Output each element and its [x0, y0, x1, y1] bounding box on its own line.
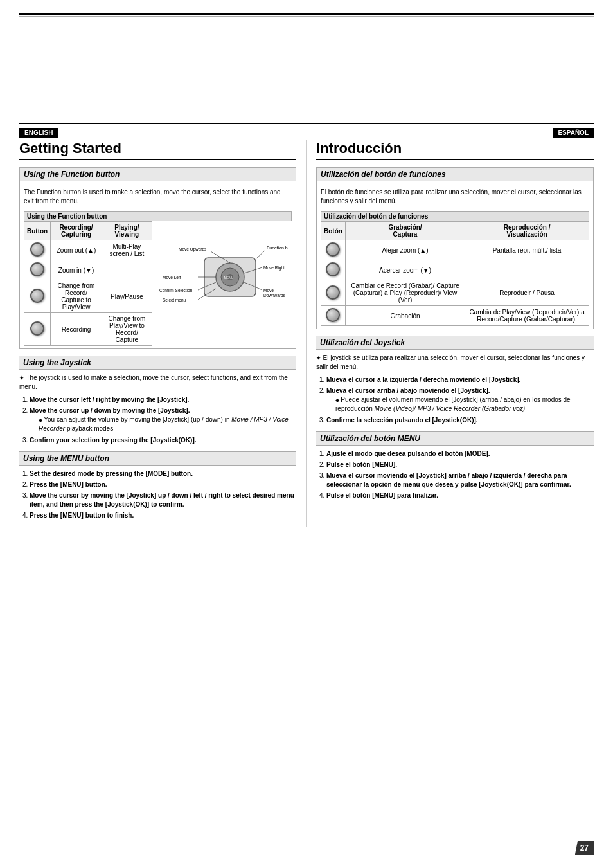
right-col-playing: Reproducción /Visualización — [465, 222, 589, 240]
menu-step-4: Press the [MENU] button to finish. — [30, 511, 296, 520]
play-cell-2: - — [102, 260, 152, 280]
joystick-step-1: Move the cursor left / right by moving t… — [30, 395, 296, 404]
menu-button-heading: Using the MENU button — [19, 451, 296, 466]
right-rec-cell-3: Cambiar de Record (Grabar)/ Capture (Cap… — [345, 280, 465, 306]
joystick-step-3: Confirm your selection by pressing the [… — [30, 436, 296, 445]
right-table-row: Alejar zoom (▲) Pantalla repr. múlt./ li… — [321, 240, 589, 260]
right-lang-badge-wrapper: ESPAÑOL — [553, 128, 594, 140]
function-table-wrapper: Button Recording/Capturing Playing/Viewi… — [24, 221, 152, 346]
right-joystick-icon-3 — [326, 285, 340, 300]
svg-text:Move Right: Move Right — [263, 266, 285, 271]
table-and-diagram: Button Recording/Capturing Playing/Viewi… — [24, 221, 292, 346]
function-button-heading: Using the Function button — [20, 167, 296, 181]
col-recording: Recording/Capturing — [51, 222, 102, 240]
svg-line-5 — [256, 250, 265, 259]
top-spacer — [19, 23, 594, 120]
col-button: Button — [24, 222, 51, 240]
rec-cell-2: Zoom in (▼) — [51, 260, 102, 280]
right-table-row: Cambiar de Record (Grabar)/ Capture (Cap… — [321, 280, 589, 306]
left-column: Getting Started Using the Function butto… — [19, 140, 306, 527]
right-joystick-section: Utilización del Joystick El joystick se … — [316, 336, 594, 425]
right-joystick-icon-4 — [326, 308, 340, 322]
joystick-heading: Using the Joystick — [19, 356, 296, 370]
btn-icon-cell — [24, 240, 51, 260]
right-menu-step-3: Mueva el cursor moviendo el [Joystick] a… — [326, 471, 594, 489]
lang-header-row: ENGLISH ESPAÑOL — [19, 128, 594, 140]
col-playing: Playing/Viewing — [102, 222, 152, 240]
left-title: Getting Started — [19, 140, 296, 160]
joystick-diagram: MENU Function button Move Upwards — [155, 221, 292, 346]
right-joystick-icon-2 — [326, 262, 340, 276]
right-menu-steps: Ajuste el modo que desea pulsando el bot… — [316, 449, 594, 500]
english-badge: ENGLISH — [19, 128, 58, 138]
right-table-header-label: Utilización del botón de funciones — [324, 213, 428, 220]
right-menu-button-section: Utilización del botón MENU Ajuste el mod… — [316, 431, 594, 500]
right-title: Introducción — [316, 140, 594, 160]
page-number: 27 — [575, 841, 594, 855]
right-joystick-icon-1 — [326, 242, 340, 257]
right-joystick-step-2: Mueva el cursor arriba / abajo moviendo … — [326, 386, 594, 413]
table-row: Recording Change from Play/View to Recor… — [24, 313, 152, 346]
table-header-row: Using the Function button — [24, 211, 292, 221]
right-menu-step-2: Pulse el botón [MENU]. — [326, 460, 594, 469]
function-button-intro: The Function button is used to make a se… — [24, 188, 292, 206]
right-rec-cell-4: Grabación — [345, 306, 465, 326]
right-joystick-heading: Utilización del Joystick — [316, 336, 594, 350]
svg-text:Move: Move — [263, 288, 274, 293]
right-play-cell-1: Pantalla repr. múlt./ lista — [465, 240, 589, 260]
right-menu-button-heading: Utilización del botón MENU — [316, 431, 594, 446]
right-column: Introducción Utilización del botón de fu… — [306, 140, 594, 527]
joystick-icon-2 — [30, 262, 44, 276]
menu-steps: Set the desired mode by pressing the [MO… — [19, 469, 296, 520]
svg-text:MENU: MENU — [224, 276, 233, 280]
table-row: Zoom out (▲) Multi-Play screen / List — [24, 240, 152, 260]
table-row: Change from Record/ Capture to Play/View… — [24, 280, 152, 313]
right-joystick-intro-list: El joystick se utiliza para realizar una… — [316, 354, 594, 372]
table-header-label: Using the Function button — [27, 213, 107, 220]
svg-text:Move Upwards: Move Upwards — [179, 247, 207, 252]
svg-text:Move Left: Move Left — [163, 275, 181, 280]
right-function-button-intro: El botón de funciones se utiliza para re… — [321, 188, 589, 206]
right-joystick-steps: Mueva el cursor a la izquierda / derecha… — [316, 375, 594, 425]
right-play-cell-4: Cambia de Play/View (Reproducir/Ver) a R… — [465, 306, 589, 326]
menu-step-3: Move the cursor by moving the [Joystick]… — [30, 491, 296, 509]
right-joystick-step-1: Mueva el cursor a la izquierda / derecha… — [326, 375, 594, 384]
right-table-row: Acercar zoom (▼) - — [321, 260, 589, 280]
menu-step-1: Set the desired mode by pressing the [MO… — [30, 469, 296, 478]
right-rec-cell-1: Alejar zoom (▲) — [345, 240, 465, 260]
right-joystick-step-3: Confirme la selección pulsando el [Joyst… — [326, 416, 594, 425]
menu-button-section: Using the MENU button Set the desired mo… — [19, 451, 296, 520]
main-columns: Getting Started Using the Function butto… — [19, 140, 594, 527]
joystick-sub-1: You can adjust the volume by moving the … — [39, 415, 296, 433]
right-btn-icon-cell — [321, 306, 346, 326]
play-cell-3: Play/Pause — [102, 280, 152, 313]
function-table: Button Recording/Capturing Playing/Viewi… — [24, 221, 152, 346]
svg-text:Confirm Selection: Confirm Selection — [159, 288, 193, 293]
right-rec-cell-2: Acercar zoom (▼) — [345, 260, 465, 280]
play-cell-1: Multi-Play screen / List — [102, 240, 152, 260]
joystick-intro-item: The joystick is used to make a selection… — [19, 374, 296, 392]
rec-cell-3: Change from Record/ Capture to Play/View — [51, 280, 102, 313]
right-table-header-row: Utilización del botón de funciones — [321, 211, 589, 221]
right-col-recording: Grabación/Captura — [345, 222, 465, 240]
espanol-badge: ESPAÑOL — [553, 128, 594, 138]
joystick-icon-3 — [30, 289, 44, 303]
right-play-cell-3: Reproducir / Pausa — [465, 280, 589, 306]
joystick-icon-1 — [30, 242, 44, 257]
function-button-section: Using the Function button The Function b… — [19, 167, 296, 349]
right-joystick-substeps: Puede ajustar el volumen moviendo el [Jo… — [326, 395, 594, 413]
joystick-steps: Move the cursor left / right by moving t… — [19, 395, 296, 445]
right-joystick-intro-item: El joystick se utiliza para realizar una… — [316, 354, 594, 372]
rec-cell-4: Recording — [51, 313, 102, 346]
right-function-table: Botón Grabación/Captura Reproducción /Vi… — [321, 221, 589, 326]
rec-cell-1: Zoom out (▲) — [51, 240, 102, 260]
joystick-step-2: Move the cursor up / down by moving the … — [30, 406, 296, 433]
right-btn-icon-cell — [321, 240, 346, 260]
right-btn-icon-cell — [321, 260, 346, 280]
btn-icon-cell — [24, 260, 51, 280]
right-joystick-sub-1: Puede ajustar el volumen moviendo el [Jo… — [335, 395, 594, 413]
joystick-substeps: You can adjust the volume by moving the … — [30, 415, 296, 433]
right-col-button: Botón — [321, 222, 346, 240]
right-btn-icon-cell — [321, 280, 346, 306]
page: ENGLISH ESPAÑOL Getting Started Using th… — [0, 0, 613, 868]
